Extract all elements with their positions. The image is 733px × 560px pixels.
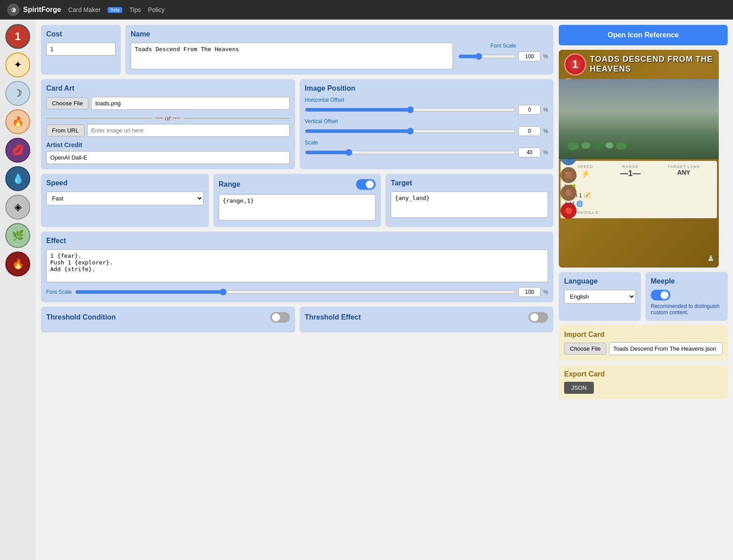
card-side-icon-8: 🔴: [561, 203, 577, 219]
name-font-scale-value[interactable]: [518, 52, 541, 61]
import-row: Choose File: [564, 342, 722, 355]
scale-slider[interactable]: [305, 149, 516, 156]
card-art-panel: Card Art Choose File ~~ or ~~ From URL: [41, 79, 295, 169]
sidebar-item-sun[interactable]: ✦: [5, 52, 30, 77]
effect-input[interactable]: 1 {fear}. Push 1 {explorer}. Add {strife…: [46, 249, 548, 282]
scale-row: Scale %: [305, 140, 549, 157]
import-choose-file-button[interactable]: Choose File: [564, 343, 606, 355]
nav-card-maker[interactable]: Card Maker: [68, 6, 100, 13]
speed-title: Speed: [46, 179, 204, 187]
range-panel: Range {range,1}: [213, 174, 381, 227]
name-panel: Name Toads Descend From The Heavens Font…: [125, 25, 553, 75]
card-speed-val: ⚡: [577, 169, 593, 179]
sidebar-icon-water: 💧: [12, 173, 24, 184]
logo: ◑ SpiritForge: [7, 4, 61, 16]
meeple-toggle[interactable]: [651, 290, 670, 300]
sidebar-item-1[interactable]: 1: [5, 24, 30, 49]
import-title: Import Card: [564, 331, 722, 339]
url-input[interactable]: [87, 124, 290, 137]
range-toggle[interactable]: [356, 179, 376, 190]
card-cost-circle: 1: [564, 53, 586, 76]
url-row: From URL: [46, 124, 290, 137]
scale-label: Scale: [305, 140, 549, 146]
card-top-bar: 1 TOADS DESCEND FROM THE HEAVENS: [559, 50, 719, 79]
image-position-panel: Image Position Horizontal Offset % Verti…: [300, 79, 554, 169]
threshold-effect-title: Threshold Effect: [305, 313, 361, 321]
horizontal-value[interactable]: [518, 105, 541, 115]
cost-panel: Cost: [41, 25, 121, 75]
card-range-val: —1—: [620, 169, 641, 178]
card-speed-label: SPEED: [577, 164, 593, 169]
target-input[interactable]: {any_land}: [391, 192, 548, 218]
horizontal-offset-row: Horizontal Offset %: [305, 97, 549, 115]
speed-select[interactable]: Fast Slow Any: [46, 192, 204, 205]
sidebar-icon-fear: 🔥: [12, 258, 24, 270]
filename-input[interactable]: [91, 97, 289, 110]
vertical-slider[interactable]: [305, 128, 516, 135]
card-art-title: Card Art: [46, 84, 290, 92]
export-panel: Export Card JSON: [559, 365, 728, 399]
threshold-condition-panel: Threshold Condition: [41, 307, 295, 332]
vertical-value[interactable]: [518, 126, 541, 136]
name-font-scale-slider-row: %: [458, 52, 548, 61]
language-select[interactable]: English French German Spanish: [564, 290, 636, 304]
export-json-button[interactable]: JSON: [564, 382, 594, 394]
sidebar-item-plant[interactable]: 🌿: [5, 223, 30, 248]
or-text: ~~ or ~~: [155, 114, 180, 122]
card-meeple-icon: ♟: [707, 253, 714, 263]
artist-panel: Artist Credit: [46, 141, 290, 164]
card-target-label: TARGET LAND: [668, 164, 700, 169]
name-title: Name: [131, 30, 548, 38]
card-art-row: Card Art Choose File ~~ or ~~ From URL: [41, 79, 553, 169]
sidebar-icon-plant: 🌿: [12, 230, 24, 241]
nav-policy[interactable]: Policy: [148, 6, 164, 13]
threshold-effect-panel: Threshold Effect: [300, 307, 554, 332]
effect-font-scale-label: Font Scale: [46, 289, 72, 295]
logo-text: SpiritForge: [23, 6, 61, 14]
sidebar-item-earth[interactable]: ◈: [5, 195, 30, 220]
sidebar-item-fire[interactable]: 🔥: [5, 109, 30, 134]
card-effect-display: 1 🐸 Push 1 🧭 Add 🌀: [564, 182, 713, 208]
range-title: Range: [219, 180, 240, 188]
sidebar-item-fear[interactable]: 🔥: [5, 252, 30, 276]
cost-input[interactable]: [46, 43, 116, 56]
effect-font-scale-slider[interactable]: [75, 288, 516, 296]
content-area: Cost Name Toads Descend From The Heavens…: [36, 20, 733, 560]
export-title: Export Card: [564, 370, 722, 378]
name-input[interactable]: Toads Descend From The Heavens: [131, 43, 453, 69]
sidebar-icon-fire: 🔥: [12, 116, 24, 128]
card-side-icon-6: 🟫: [561, 167, 577, 183]
open-icon-reference-button[interactable]: Open Icon Reference: [559, 25, 728, 45]
file-row: Choose File: [46, 97, 290, 110]
target-panel: Target {any_land}: [385, 174, 553, 227]
artist-input[interactable]: [46, 151, 290, 164]
effect-title: Effect: [46, 237, 548, 245]
cost-title: Cost: [46, 30, 116, 38]
language-title: Language: [564, 277, 636, 285]
name-font-scale-unit: %: [543, 53, 548, 60]
threshold-effect-toggle[interactable]: [529, 312, 548, 323]
meeple-title: Meeple: [651, 277, 722, 285]
nav-tips[interactable]: Tips: [129, 6, 141, 13]
import-panel: Import Card Choose File: [559, 325, 728, 360]
language-panel: Language English French German Spanish: [559, 272, 641, 321]
card-preview: 1 TOADS DESCEND FROM THE HEAVENS 🌟 🔴 🟤 💜…: [559, 50, 719, 268]
from-url-button[interactable]: From URL: [46, 124, 84, 136]
card-title: TOADS DESCEND FROM THE HEAVENS: [590, 55, 713, 74]
card-cost-value: 1: [572, 58, 578, 71]
sidebar-item-moon[interactable]: ☽: [5, 81, 30, 106]
sidebar-item-water[interactable]: 💧: [5, 166, 30, 191]
card-target-val: ANY: [668, 169, 700, 176]
name-font-scale-slider[interactable]: [458, 53, 516, 60]
scale-value[interactable]: [518, 148, 541, 157]
card-range-label: RANGE: [620, 164, 641, 169]
horizontal-slider[interactable]: [305, 106, 516, 113]
sidebar-item-shadow[interactable]: 💋: [5, 138, 30, 163]
choose-file-button[interactable]: Choose File: [46, 97, 88, 109]
range-input[interactable]: {range,1}: [219, 194, 376, 220]
import-filename[interactable]: [609, 342, 722, 355]
threshold-condition-toggle[interactable]: [270, 312, 290, 323]
horizontal-label: Horizontal Offset: [305, 97, 549, 103]
effect-font-scale-value[interactable]: [518, 287, 541, 297]
scale-unit: %: [543, 149, 548, 156]
